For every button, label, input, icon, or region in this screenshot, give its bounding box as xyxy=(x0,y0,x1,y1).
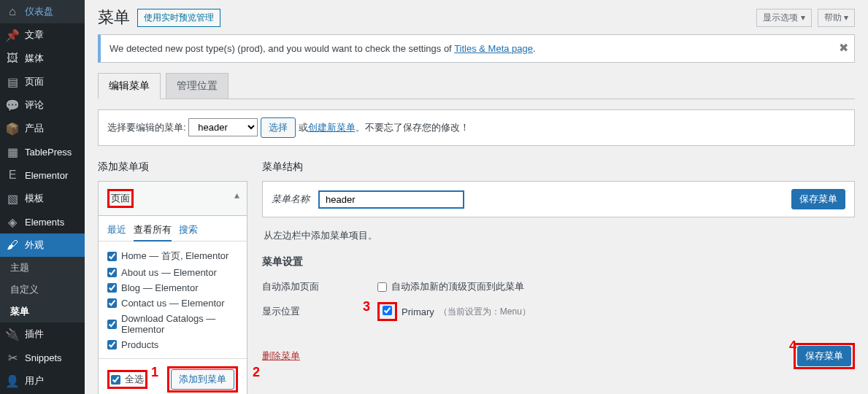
annotation-3: 3 xyxy=(363,299,370,314)
save-menu-button-bottom[interactable]: 保存菜单 xyxy=(797,346,851,366)
list-item[interactable]: Home — 首页, Elementor xyxy=(107,247,238,265)
annotation-1: 1 xyxy=(151,365,158,380)
select-all-checkbox[interactable]: 全选 xyxy=(111,373,144,386)
add-items-title: 添加菜单项 xyxy=(98,161,247,174)
template-icon: ▧ xyxy=(6,192,19,205)
nav-tabs: 编辑菜单 管理位置 xyxy=(98,73,855,99)
sidebar-item-tablepress[interactable]: ▦TablePress xyxy=(0,140,85,163)
gauge-icon: ⌂ xyxy=(6,5,19,18)
box-icon: 📦 xyxy=(6,122,19,135)
menu-name-input[interactable] xyxy=(318,190,464,209)
sidebar-item-label: 用户 xyxy=(25,374,44,387)
plug-icon: 🔌 xyxy=(6,328,19,341)
menu-name-bar: 菜单名称 保存菜单 xyxy=(262,181,855,217)
checkbox[interactable] xyxy=(111,375,120,385)
sidebar-item-products[interactable]: 📦产品 xyxy=(0,117,85,140)
sidebar-item-pages[interactable]: ▤页面 xyxy=(0,70,85,93)
sidebar-item-label: Elements xyxy=(25,217,64,228)
sidebar-item-label: 外观 xyxy=(25,239,44,252)
sidebar-item-label: 媒体 xyxy=(25,52,44,65)
checkbox[interactable] xyxy=(107,340,117,349)
sidebar-item-label: 插件 xyxy=(25,328,44,341)
notice-text: We detected new post type(s) (prod), and… xyxy=(110,43,454,54)
sidebar-item-media[interactable]: 🖼媒体 xyxy=(0,47,85,70)
menu-select[interactable]: header xyxy=(188,118,258,136)
sidebar-item-label: 仪表盘 xyxy=(25,5,53,18)
annotation-4: 4 xyxy=(789,339,796,354)
checkbox[interactable] xyxy=(107,252,117,261)
sidebar-item-comments[interactable]: 💬评论 xyxy=(0,93,85,117)
annotation-2: 2 xyxy=(253,365,260,380)
tab-search[interactable]: 搜索 xyxy=(179,223,198,236)
sidebar-item-label: 评论 xyxy=(25,98,44,112)
table-icon: ▦ xyxy=(6,145,19,158)
elementor-icon: E xyxy=(6,169,19,182)
sidebar-item-label: TablePress xyxy=(25,147,72,158)
display-location-label: 显示位置 xyxy=(262,305,350,318)
list-item[interactable]: Download Catalogs — Elementor xyxy=(107,311,238,337)
pin-icon: 📌 xyxy=(6,28,19,42)
sidebar-item-users[interactable]: 👤用户 xyxy=(0,369,85,393)
sidebar-item-dashboard[interactable]: ⌂仪表盘 xyxy=(0,0,85,23)
sidebar-item-templates[interactable]: ▧模板 xyxy=(0,187,85,210)
checkbox[interactable] xyxy=(107,298,117,308)
elements-icon: ◈ xyxy=(6,215,19,228)
save-menu-button[interactable]: 保存菜单 xyxy=(791,189,845,209)
sidebar-item-label: 模板 xyxy=(25,192,44,205)
notice-banner: We detected new post type(s) (prod), and… xyxy=(98,34,855,63)
sidebar-item-elementor[interactable]: EElementor xyxy=(0,163,85,187)
screen-options-button[interactable]: 显示选项 ▾ xyxy=(756,9,811,27)
sidebar-sub-customize[interactable]: 自定义 xyxy=(0,279,85,301)
close-icon[interactable]: ✖ xyxy=(839,41,848,55)
brush-icon: 🖌 xyxy=(6,239,19,252)
menu-name-label: 菜单名称 xyxy=(272,193,310,206)
comment-icon: 💬 xyxy=(6,98,19,112)
sidebar-item-label: 产品 xyxy=(25,122,44,135)
list-item[interactable]: Blog — Elementor xyxy=(107,280,238,296)
sidebar-sub-themes[interactable]: 主题 xyxy=(0,257,85,279)
page-checklist: Home — 首页, Elementor About us — Elemento… xyxy=(99,242,247,358)
auto-add-label: 自动添加页面 xyxy=(262,280,350,293)
page-title: 菜单 xyxy=(98,7,130,28)
menu-settings-title: 菜单设置 xyxy=(262,255,855,269)
sidebar-item-appearance[interactable]: 🖌外观 xyxy=(0,233,85,257)
admin-sidebar: ⌂仪表盘 📌文章 🖼媒体 ▤页面 💬评论 📦产品 ▦TablePress EEl… xyxy=(0,0,85,394)
sidebar-item-label: 文章 xyxy=(25,28,44,42)
create-menu-link[interactable]: 创建新菜单 xyxy=(308,122,356,133)
user-icon: 👤 xyxy=(6,374,19,387)
auto-add-checkbox[interactable] xyxy=(377,282,387,292)
accordion-head-pages[interactable]: 页面 xyxy=(99,182,247,215)
checkbox[interactable] xyxy=(107,283,117,293)
media-icon: 🖼 xyxy=(6,52,19,65)
list-item[interactable]: Products xyxy=(107,337,238,352)
list-item[interactable]: About us — Elementor xyxy=(107,265,238,280)
scissors-icon: ✂ xyxy=(6,351,19,364)
menu-structure-title: 菜单结构 xyxy=(262,161,855,174)
sidebar-item-label: Elementor xyxy=(25,170,68,181)
sidebar-item-plugins[interactable]: 🔌插件 xyxy=(0,322,85,346)
notice-link[interactable]: Titles & Meta page xyxy=(454,43,533,54)
menu-select-bar: 选择要编辑的菜单: header 选择 或创建新菜单。不要忘了保存您的修改！ xyxy=(98,109,855,146)
sidebar-item-label: 页面 xyxy=(25,75,44,88)
help-button[interactable]: 帮助 ▾ xyxy=(818,9,855,27)
delete-menu-link[interactable]: 删除菜单 xyxy=(262,349,300,363)
select-button[interactable]: 选择 xyxy=(261,117,296,138)
live-preview-button[interactable]: 使用实时预览管理 xyxy=(137,9,220,27)
sidebar-item-elements[interactable]: ◈Elements xyxy=(0,210,85,233)
page-icon: ▤ xyxy=(6,75,19,88)
tab-edit-menus[interactable]: 编辑菜单 xyxy=(98,73,161,99)
checkbox[interactable] xyxy=(107,268,117,277)
primary-location-checkbox[interactable] xyxy=(383,306,392,315)
sidebar-sub-menus[interactable]: 菜单 xyxy=(0,301,85,322)
select-menu-label: 选择要编辑的菜单: xyxy=(107,122,186,133)
sidebar-item-posts[interactable]: 📌文章 xyxy=(0,23,85,47)
tab-view-all[interactable]: 查看所有 xyxy=(134,223,172,242)
empty-hint: 从左边栏中添加菜单项目。 xyxy=(262,229,855,255)
list-item[interactable]: Contact us — Elementor xyxy=(107,296,238,311)
tab-recent[interactable]: 最近 xyxy=(107,223,126,236)
sidebar-item-snippets[interactable]: ✂Snippets xyxy=(0,346,85,369)
checkbox[interactable] xyxy=(107,320,117,329)
tab-manage-locations[interactable]: 管理位置 xyxy=(166,73,228,99)
sidebar-item-label: Snippets xyxy=(25,352,62,363)
add-to-menu-button[interactable]: 添加到菜单 xyxy=(171,369,234,390)
